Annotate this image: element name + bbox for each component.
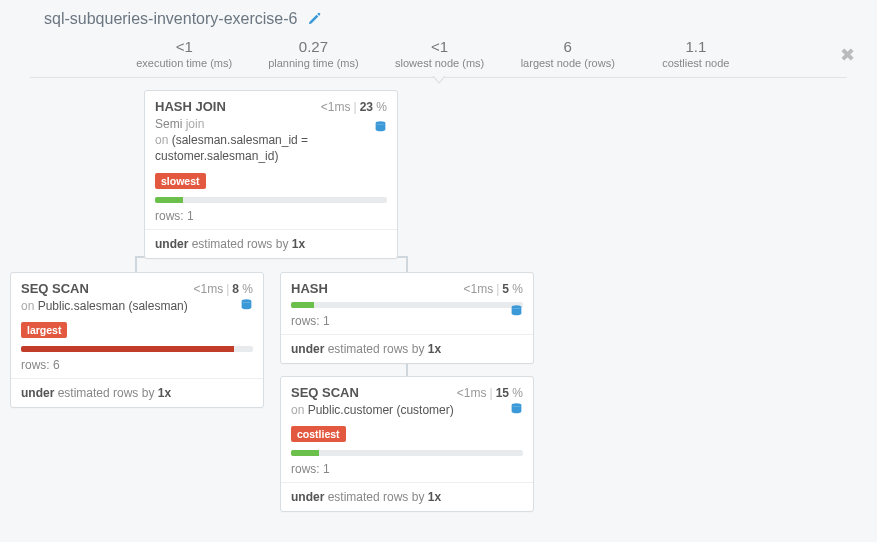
node-pct: 15	[496, 386, 509, 400]
footer-mid: estimated rows by	[324, 490, 427, 504]
node-metrics: <1ms|5 %	[463, 282, 523, 296]
footer-mid: estimated rows by	[188, 237, 291, 251]
node-time: <1ms	[321, 100, 351, 114]
node-title: HASH	[291, 281, 328, 296]
node-pct: 23	[360, 100, 373, 114]
node-time: <1ms	[193, 282, 223, 296]
stat-largest-node: 6 largest node (rows)	[521, 38, 615, 69]
rows-line: rows: 1	[281, 312, 533, 334]
node-subtext-pre: on	[21, 299, 38, 313]
node-subtext-on: on	[155, 133, 172, 147]
svg-point-3	[512, 403, 522, 407]
footer-val: 1x	[428, 490, 441, 504]
tag-largest: largest	[21, 322, 67, 338]
connector	[135, 256, 137, 272]
footer-val: 1x	[158, 386, 171, 400]
footer-mid: estimated rows by	[54, 386, 157, 400]
stat-exec-time: <1 execution time (ms)	[136, 38, 232, 69]
footer-prefix: under	[291, 490, 324, 504]
node-title: SEQ SCAN	[291, 385, 359, 400]
node-title: HASH JOIN	[155, 99, 226, 114]
stat-label: slowest node (ms)	[395, 57, 485, 69]
plan-node-hash[interactable]: HASH <1ms|5 % rows: 1 under estimated ro…	[280, 272, 534, 364]
node-time: <1ms	[457, 386, 487, 400]
close-icon[interactable]: ✖	[840, 44, 855, 66]
stat-value: 1.1	[651, 38, 741, 57]
database-icon	[374, 120, 387, 134]
stat-costliest-node: 1.1 costliest node	[651, 38, 741, 69]
node-pct: 8	[232, 282, 239, 296]
summary-stats: <1 execution time (ms) 0.27 planning tim…	[0, 32, 877, 71]
cost-bar	[21, 346, 253, 352]
page-title: sql-subqueries-inventory-exercise-6	[44, 10, 297, 28]
tag-costliest: costliest	[291, 426, 346, 442]
node-subtext-pre: on	[291, 403, 308, 417]
node-subtext: Semi join on (salesman.salesman_id = cus…	[145, 116, 397, 169]
stat-value: 6	[521, 38, 615, 57]
node-subtext-val: Public.salesman (salesman)	[38, 299, 188, 313]
plan-node-seq-scan-customer[interactable]: SEQ SCAN <1ms|15 % on Public.customer (c…	[280, 376, 534, 512]
cost-bar	[291, 302, 523, 308]
node-subtext-val: Public.customer (customer)	[308, 403, 454, 417]
tag-slowest: slowest	[155, 173, 206, 189]
node-title: SEQ SCAN	[21, 281, 89, 296]
node-pct: 5	[502, 282, 509, 296]
edit-icon[interactable]	[307, 12, 321, 26]
footer-prefix: under	[155, 237, 188, 251]
node-footer: under estimated rows by 1x	[11, 378, 263, 407]
node-time: <1ms	[463, 282, 493, 296]
footer-val: 1x	[292, 237, 305, 251]
footer-mid: estimated rows by	[324, 342, 427, 356]
node-subtext: on Public.salesman (salesman)	[11, 298, 263, 318]
footer-prefix: under	[21, 386, 54, 400]
plan-node-seq-scan-salesman[interactable]: SEQ SCAN <1ms|8 % on Public.salesman (sa…	[10, 272, 264, 408]
node-metrics: <1ms|8 %	[193, 282, 253, 296]
plan-canvas[interactable]: HASH JOIN <1ms|23 % Semi join on (salesm…	[0, 78, 877, 518]
rows-line: rows: 1	[281, 460, 533, 482]
stat-value: <1	[136, 38, 232, 57]
svg-point-1	[242, 299, 252, 303]
node-metrics: <1ms|23 %	[321, 100, 387, 114]
footer-prefix: under	[291, 342, 324, 356]
plan-node-hash-join[interactable]: HASH JOIN <1ms|23 % Semi join on (salesm…	[144, 90, 398, 259]
node-subtext-pre: Semi	[155, 117, 186, 131]
svg-point-2	[512, 305, 522, 309]
stat-label: planning time (ms)	[268, 57, 358, 69]
stat-value: <1	[395, 38, 485, 57]
rows-line: rows: 1	[145, 207, 397, 229]
node-subtext: on Public.customer (customer)	[281, 402, 533, 422]
stat-value: 0.27	[268, 38, 358, 57]
database-icon	[240, 298, 253, 312]
stat-plan-time: 0.27 planning time (ms)	[268, 38, 358, 69]
node-footer: under estimated rows by 1x	[281, 334, 533, 363]
stat-label: execution time (ms)	[136, 57, 232, 69]
node-footer: under estimated rows by 1x	[145, 229, 397, 258]
node-metrics: <1ms|15 %	[457, 386, 523, 400]
stat-label: largest node (rows)	[521, 57, 615, 69]
database-icon	[510, 402, 523, 416]
cost-bar	[291, 450, 523, 456]
database-icon	[510, 304, 523, 318]
node-subtext-kw: join	[186, 117, 205, 131]
svg-point-0	[376, 121, 386, 125]
stat-slowest-node: <1 slowest node (ms)	[395, 38, 485, 69]
rows-line: rows: 6	[11, 356, 263, 378]
stat-label: costliest node	[651, 57, 741, 69]
node-subtext-cond: (salesman.salesman_id = customer.salesma…	[155, 133, 308, 163]
node-footer: under estimated rows by 1x	[281, 482, 533, 511]
connector	[406, 256, 408, 272]
cost-bar	[155, 197, 387, 203]
footer-val: 1x	[428, 342, 441, 356]
